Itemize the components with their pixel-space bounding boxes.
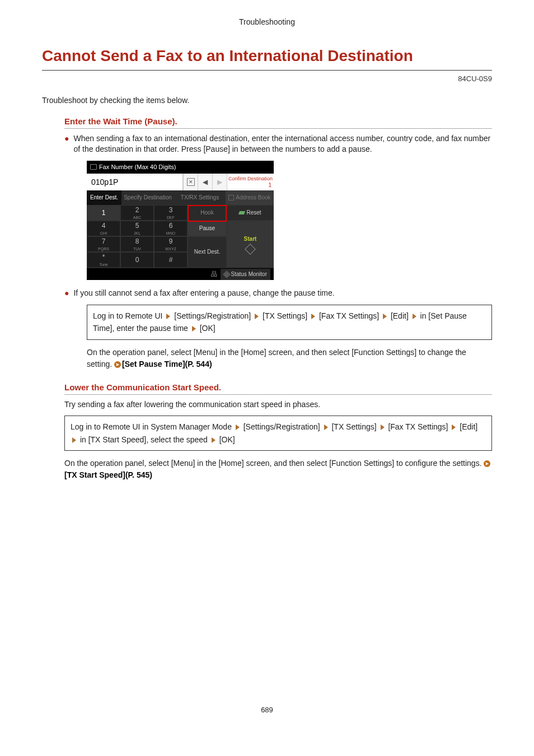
section1-note: On the operation panel, select [Menu] in… xyxy=(87,347,492,370)
box2-p2: [TX Settings] xyxy=(331,422,378,431)
confirm-destination-button[interactable]: Confirm Destination 1 xyxy=(227,174,274,190)
hook-button[interactable]: Hook xyxy=(188,205,227,221)
address-book-icon xyxy=(228,195,234,200)
tab-address-book[interactable]: Address Book xyxy=(226,190,274,205)
bullet-icon: ● xyxy=(64,133,69,155)
section2-note: On the operation panel, select [Menu] in… xyxy=(64,458,492,481)
box2-p6: [OK] xyxy=(219,435,235,444)
section2-note-link[interactable]: [TX Start Speed](P. 545) xyxy=(64,470,152,479)
arrow-icon xyxy=(381,424,385,430)
section1-bullet2: ● If you still cannot send a fax after e… xyxy=(64,288,492,299)
keypad-0[interactable]: 0 xyxy=(120,252,154,268)
arrow-icon xyxy=(413,314,416,319)
box1-p3: [Fax TX Settings] xyxy=(319,311,381,320)
tab-txrx-settings[interactable]: TX/RX Settings xyxy=(174,190,226,205)
arrow-icon xyxy=(212,437,216,443)
reset-button[interactable]: Reset xyxy=(227,205,274,221)
device-title: Fax Number (Max 40 Digits) xyxy=(99,163,176,171)
section1-bullet1: ● When sending a fax to an international… xyxy=(64,133,492,155)
box1-p0: Log in to Remote UI xyxy=(93,311,165,320)
section2-intro: Try sending a fax after lowering the com… xyxy=(64,399,492,410)
status-monitor-label: Status Monitor xyxy=(231,270,267,278)
start-button[interactable]: Start xyxy=(227,221,274,268)
section1-bullet2-text: If you still cannot send a fax after ent… xyxy=(73,288,492,299)
arrow-icon xyxy=(72,437,76,443)
arrow-icon xyxy=(255,314,259,319)
keypad-star[interactable]: *Tone xyxy=(87,252,120,268)
keypad-6[interactable]: 6MNO xyxy=(154,221,188,236)
device-titlebar: Fax Number (Max 40 Digits) xyxy=(87,161,274,174)
start-icon xyxy=(245,244,256,255)
cursor-left-button[interactable]: ◀ xyxy=(198,174,212,190)
box2-p3: [Fax TX Settings] xyxy=(388,422,450,431)
box2-p5: in [TX Start Speed], select the speed xyxy=(80,435,210,444)
confirm-count: 1 xyxy=(268,182,274,188)
arrow-icon xyxy=(383,314,387,319)
box1-p4: [Edit] xyxy=(391,311,411,320)
status-monitor-button[interactable]: Status Monitor xyxy=(221,269,270,280)
header-category: Troubleshooting xyxy=(42,17,492,28)
keypad-8[interactable]: 8TUV xyxy=(120,236,154,252)
section2-note-text: On the operation panel, select [Menu] in… xyxy=(64,459,484,468)
doc-code: 84CU-0S9 xyxy=(42,74,492,84)
box2-p4: [Edit] xyxy=(460,422,477,431)
pause-button[interactable]: Pause xyxy=(188,221,227,236)
section2-title: Lower the Communication Start Speed. xyxy=(64,381,492,395)
box1-p2: [TX Settings] xyxy=(263,311,310,320)
fax-number-input[interactable]: 010p1P xyxy=(87,174,183,190)
box2-p1: [Settings/Registration] xyxy=(243,422,322,431)
intro-text: Troubleshoot by checking the items below… xyxy=(42,95,492,106)
keypad-5[interactable]: 5JKL xyxy=(120,221,154,236)
network-icon: 品 xyxy=(211,270,217,278)
link-icon: ➤ xyxy=(114,361,121,368)
keypad-3[interactable]: 3DEF xyxy=(154,205,188,221)
confirm-label: Confirm Destination xyxy=(228,176,273,182)
box2-p0: Log in to Remote UI in System Manager Mo… xyxy=(71,422,234,431)
link-icon: ➤ xyxy=(484,460,490,467)
section2-procedure-box: Log in to Remote UI in System Manager Mo… xyxy=(64,416,492,451)
backspace-button[interactable]: ✕ xyxy=(183,174,198,190)
arrow-icon xyxy=(324,424,328,430)
arrow-icon xyxy=(311,314,315,319)
arrow-icon xyxy=(166,314,170,319)
next-dest-button[interactable]: Next Dest. xyxy=(188,236,227,268)
keypad-7[interactable]: 7PQRS xyxy=(87,236,120,252)
page-number: 689 xyxy=(42,705,492,715)
bullet-icon: ● xyxy=(64,288,69,299)
cursor-right-button[interactable]: ▶ xyxy=(212,174,227,190)
box1-p6: [OK] xyxy=(200,324,216,333)
section1-bullet1-text: When sending a fax to an international d… xyxy=(73,133,492,155)
arrow-icon xyxy=(452,424,456,430)
status-monitor-icon xyxy=(222,270,230,278)
device-screenshot: Fax Number (Max 40 Digits) 010p1P ✕ ◀ ▶ … xyxy=(87,161,274,280)
reset-icon xyxy=(238,211,245,214)
tab-address-label: Address Book xyxy=(236,194,270,202)
keypad-9[interactable]: 9WXYZ xyxy=(154,236,188,252)
arrow-icon xyxy=(236,424,240,430)
keypad-2[interactable]: 2ABC xyxy=(120,205,154,221)
page-title: Cannot Send a Fax to an International De… xyxy=(42,45,492,71)
section1-title: Enter the Wait Time (Pause). xyxy=(64,115,492,129)
fax-icon xyxy=(90,164,97,170)
tab-enter-dest[interactable]: Enter Dest. xyxy=(87,190,121,205)
keypad-1[interactable]: 1 xyxy=(87,205,120,221)
section1-note-link[interactable]: [Set Pause Time](P. 544) xyxy=(122,360,212,368)
keypad-4[interactable]: 4GHI xyxy=(87,221,120,236)
tab-specify-dest[interactable]: Specify Destination xyxy=(121,190,174,205)
keypad-hash[interactable]: # xyxy=(154,252,188,268)
section1-procedure-box: Log in to Remote UI [Settings/Registrati… xyxy=(87,305,492,340)
box1-p1: [Settings/Registration] xyxy=(174,311,253,320)
arrow-icon xyxy=(192,326,196,332)
